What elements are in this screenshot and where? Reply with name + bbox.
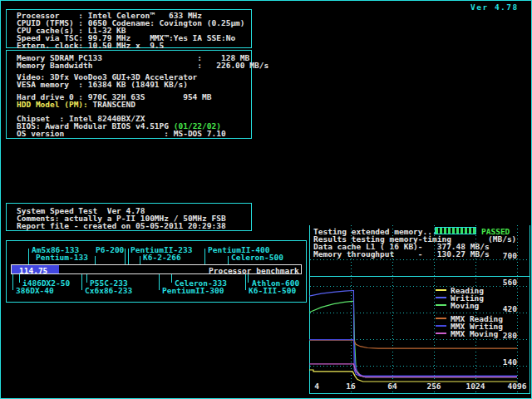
x-tick-4: 4 bbox=[314, 382, 319, 390]
legend-swatch-writing bbox=[436, 297, 446, 298]
legend-swatch-mmx-writing bbox=[436, 325, 446, 327]
system-speed-test-screen: Ver 4.78 Processor : Intel Celeron™ 633 … bbox=[0, 0, 532, 399]
y-tick-140: 140 bbox=[503, 358, 517, 366]
legend-label-mmx-moving: MMX Moving bbox=[451, 329, 498, 338]
legend-swatch-mmx-reading bbox=[436, 318, 446, 319]
legend-label-moving: Moving bbox=[451, 301, 479, 310]
y-tick-700: 700 bbox=[503, 252, 517, 259]
legend-swatch-moving bbox=[436, 304, 446, 306]
x-tick-16: 16 bbox=[346, 382, 355, 390]
series-mmx-reading bbox=[309, 340, 517, 348]
memory-timing-graph bbox=[1, 1, 532, 399]
legend-swatch-mmx-moving bbox=[436, 332, 446, 334]
series-mmx-writing bbox=[309, 340, 517, 377]
y-tick-560: 560 bbox=[503, 278, 517, 286]
legend-swatch-reading bbox=[436, 289, 446, 291]
y-tick-420: 420 bbox=[503, 305, 517, 313]
x-tick-4096: 4096 bbox=[508, 382, 527, 390]
y-tick-280: 280 bbox=[503, 332, 517, 339]
x-tick-256: 256 bbox=[426, 382, 441, 390]
x-tick-64: 64 bbox=[387, 382, 397, 390]
x-tick-1024: 1024 bbox=[466, 382, 485, 390]
